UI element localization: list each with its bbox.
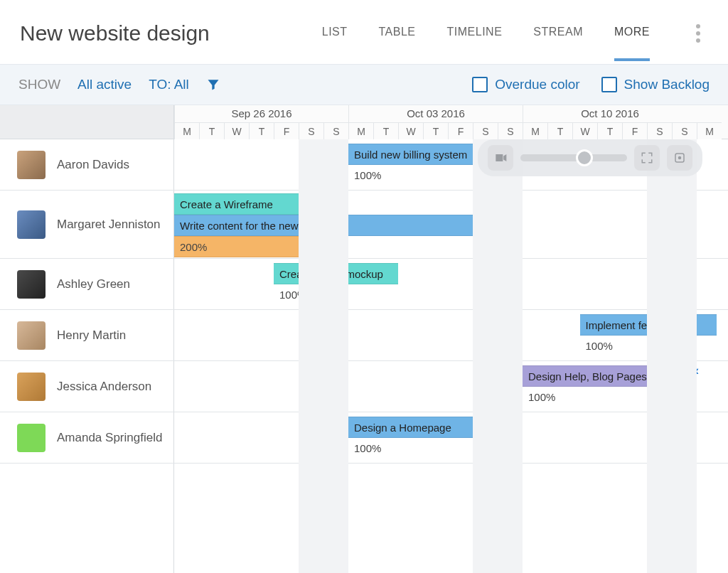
week-label: Sep 26 2016 [174,105,348,122]
person-row: Amanda SpringfieldDesign a Homepage100% [0,412,728,464]
show-backlog-toggle[interactable]: Show Backlog [601,77,710,92]
weekend-shade [323,139,348,573]
show-backlog-label: Show Backlog [624,77,710,92]
workload-percent: 200% [174,236,299,257]
day-header: S [647,122,672,139]
day-header: T [249,122,274,139]
day-header: S [323,122,348,139]
day-header: T [199,122,224,139]
video-tool-button[interactable] [488,145,513,171]
avatar [17,151,46,179]
tab-list[interactable]: LIST [322,26,348,41]
person-name: Margaret Jenniston [57,218,161,232]
day-header: W [224,122,249,139]
avatar [17,270,46,299]
week-label: Oct 03 2016 [348,105,523,122]
workload-percent: 100% [348,165,387,186]
person-info: Henry Martin [0,321,174,350]
avatar [17,321,46,350]
person-name: Amanda Springfield [57,431,162,445]
tab-table[interactable]: TABLE [379,26,416,41]
task-bar[interactable]: Build new billing system [348,144,473,165]
show-label: SHOW [18,77,60,92]
tab-timeline[interactable]: TIMELINE [447,26,503,41]
zoom-toolbar [478,139,702,176]
workload-percent: 100% [348,438,387,459]
person-info: Amanda Springfield [0,424,174,452]
weekend-shade [498,139,523,573]
person-row: Margaret JennistonCreate a WireframeWrit… [0,191,728,259]
person-name: Henry Martin [57,328,126,343]
zoom-slider-thumb[interactable] [576,149,593,166]
day-header: M [697,122,722,139]
avatar [17,210,46,239]
view-tabs: LIST TABLE TIMELINE STREAM MORE [322,23,708,43]
week-label: Oct 10 2016 [523,105,697,122]
overdue-color-toggle[interactable]: Overdue color [472,77,579,92]
day-header: S [473,122,498,139]
zoom-slider[interactable] [520,154,627,161]
day-header: F [448,122,473,139]
person-row: Ashley GreenCreate a new mockup100% [0,259,728,310]
day-header: T [423,122,448,139]
fit-screen-button[interactable] [634,145,660,171]
weekend-shade [299,139,323,573]
task-bar[interactable]: Design a Homepage [348,417,473,438]
tab-stream[interactable]: STREAM [533,26,583,41]
day-header: T [547,122,572,139]
day-header: M [174,122,199,139]
weekend-shade [647,139,672,573]
person-info: Jessica Anderson [0,373,174,401]
person-row: Henry MartinImplement feedback100% [0,310,728,361]
avatar [17,424,46,452]
sidebar-header-blank [0,105,173,139]
svg-point-1 [679,157,681,159]
person-info: Ashley Green [0,270,174,299]
person-name: Ashley Green [57,277,130,291]
filter-icon[interactable] [206,77,220,92]
checkbox-icon [601,77,617,92]
person-info: Margaret Jenniston [0,210,174,239]
day-header: S [299,122,323,139]
overdue-color-label: Overdue color [495,77,579,92]
day-header: M [348,122,373,139]
day-header: S [498,122,523,139]
avatar [17,373,46,401]
day-header: W [572,122,597,139]
day-header: M [523,122,547,139]
tab-more[interactable]: MORE [614,26,650,41]
filter-bar: SHOW All active TO: All Overdue color Sh… [0,64,728,105]
day-header: W [398,122,423,139]
day-header: F [274,122,299,139]
overflow-menu-button[interactable] [688,23,708,43]
day-header: T [597,122,622,139]
task-bar[interactable]: Create a Wireframe [174,193,299,215]
weekend-shade [473,139,498,573]
person-row: Jessica AndersonDesign Help, Blog Pages1… [0,361,728,412]
workload-percent: 100% [523,387,561,408]
timeline-header: Sep 26 2016Oct 03 2016Oct 10 2016MTWTFSS… [174,105,728,139]
person-name: Jessica Anderson [57,380,151,394]
checkbox-icon [472,77,488,92]
person-name: Aaron Davids [57,158,129,172]
center-button[interactable] [667,145,692,171]
filter-assignee[interactable]: TO: All [149,77,189,92]
person-info: Aaron Davids [0,151,174,179]
filter-active[interactable]: All active [77,77,132,92]
workload-percent: 100% [580,336,619,357]
page-title: New website design [20,21,210,45]
day-header: S [672,122,697,139]
day-header: F [622,122,647,139]
weekend-shade [672,139,697,573]
day-header: T [373,122,398,139]
